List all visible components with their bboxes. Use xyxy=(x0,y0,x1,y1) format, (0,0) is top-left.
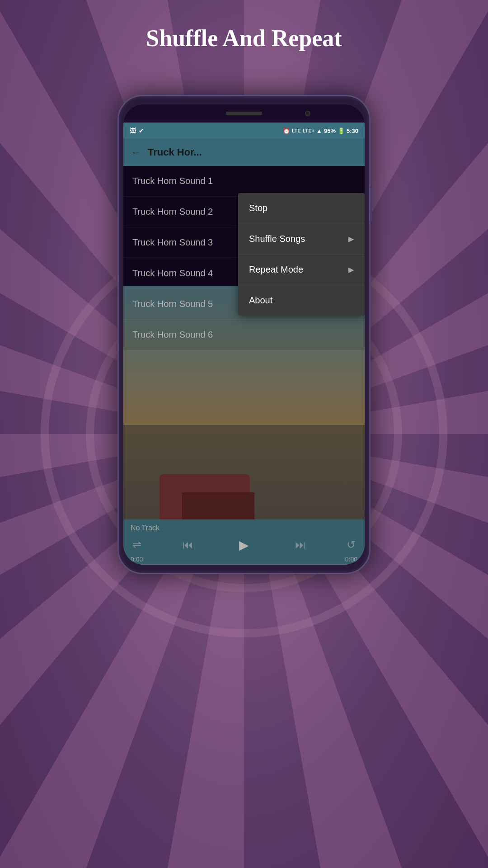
lte-plus-icon: LTE+ xyxy=(303,128,314,133)
status-right: ⏰ LTE LTE+ ▲ 95% 🔋 5:30 xyxy=(283,127,358,134)
menu-overlay[interactable]: Stop Shuffle Songs ▶ Repeat Mode ▶ About xyxy=(123,166,365,565)
alarm-icon: ⏰ xyxy=(283,127,290,134)
screen-content: 🖼 ✔ ⏰ LTE LTE+ ▲ 95% 🔋 5:30 ← Truck Hor.… xyxy=(123,123,365,565)
phone-side-button xyxy=(370,187,372,223)
menu-item-stop[interactable]: Stop xyxy=(238,193,365,224)
repeat-arrow-icon: ▶ xyxy=(348,265,354,274)
shuffle-arrow-icon: ▶ xyxy=(348,235,354,243)
clock-time: 5:30 xyxy=(347,127,358,134)
content-area: Truck Horn Sound 1 Truck Horn Sound 2 Tr… xyxy=(123,166,365,565)
menu-item-repeat[interactable]: Repeat Mode ▶ xyxy=(238,255,365,285)
phone-speaker xyxy=(226,112,262,115)
status-bar: 🖼 ✔ ⏰ LTE LTE+ ▲ 95% 🔋 5:30 xyxy=(123,123,365,139)
phone-frame: 🖼 ✔ ⏰ LTE LTE+ ▲ 95% 🔋 5:30 ← Truck Hor.… xyxy=(117,95,371,574)
signal-icon: ▲ xyxy=(316,127,322,134)
battery-icon: 🔋 xyxy=(338,127,345,134)
phone-notch xyxy=(123,104,365,123)
image-icon: 🖼 xyxy=(130,127,136,134)
lte-icon: LTE xyxy=(292,128,301,133)
status-left: 🖼 ✔ xyxy=(130,127,144,134)
menu-item-shuffle[interactable]: Shuffle Songs ▶ xyxy=(238,224,365,255)
phone-camera xyxy=(305,111,310,116)
app-header: ← Truck Hor... xyxy=(123,139,365,166)
check-icon: ✔ xyxy=(139,127,144,134)
phone-screen: 🖼 ✔ ⏰ LTE LTE+ ▲ 95% 🔋 5:30 ← Truck Hor.… xyxy=(123,104,365,565)
battery-percent: 95% xyxy=(324,127,336,134)
menu-item-about[interactable]: About xyxy=(238,285,365,316)
app-title: Truck Hor... xyxy=(148,146,202,158)
page-title: Shuffle And Repeat xyxy=(0,25,488,52)
context-menu: Stop Shuffle Songs ▶ Repeat Mode ▶ About xyxy=(238,193,365,316)
back-button[interactable]: ← xyxy=(131,146,141,159)
